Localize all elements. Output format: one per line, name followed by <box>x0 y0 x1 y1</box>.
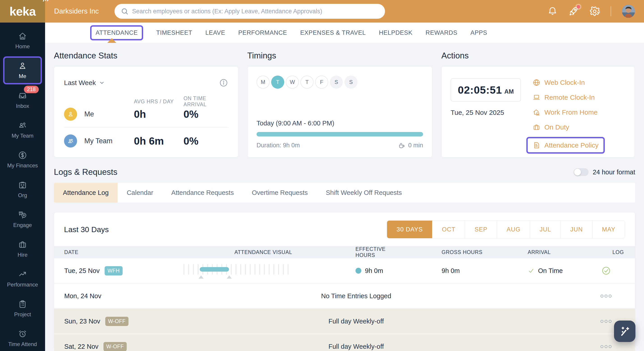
sidebar-label: Home <box>15 43 30 50</box>
clock-meridiem: AM <box>504 88 514 95</box>
tab-helpdesk[interactable]: HELPDESK <box>379 29 412 36</box>
work-from-home-link[interactable]: Work From Home <box>533 109 605 116</box>
tab-calendar[interactable]: Calendar <box>118 183 162 203</box>
sidebar-label: Engage <box>13 222 32 228</box>
sidebar-label: Time Attend <box>8 341 37 347</box>
attendance-policy-link[interactable]: Attendance Policy <box>533 141 598 149</box>
tab-apps[interactable]: APPS <box>470 29 487 36</box>
notifications-bell-icon[interactable] <box>548 6 558 16</box>
ai-assistant-button[interactable] <box>614 320 636 342</box>
me-ontime-pct: 0% <box>184 108 228 120</box>
tab-overtime-requests[interactable]: Overtime Requests <box>243 183 317 203</box>
main-content: Attendance Stats Timings Actions Last We… <box>45 43 644 351</box>
filter-jul[interactable]: JUL <box>530 221 560 238</box>
sidebar-item-home[interactable]: Home <box>3 26 42 56</box>
sidebar-item-inbox[interactable]: 218 Inbox <box>3 85 42 115</box>
briefcase-icon <box>18 240 27 249</box>
day-tuesday-active[interactable]: T <box>271 76 284 89</box>
sidebar: Home Me 218 Inbox My Team My Finances Or… <box>0 23 45 351</box>
keka-logo[interactable]: keka <box>0 0 45 23</box>
log-complete-icon[interactable] <box>602 266 611 275</box>
tab-leave[interactable]: LEAVE <box>205 29 225 36</box>
toggle-knob <box>574 169 581 176</box>
table-row[interactable]: Sat, 22 Nov W-OFF Full day Weekly-off <box>54 334 635 351</box>
stats-row-team-name: My Team <box>84 137 134 145</box>
month-filter-group: 30 DAYS OCT SEP AUG JUL JUN MAY <box>387 220 625 238</box>
building-icon <box>18 180 27 189</box>
table-row[interactable]: Tue, 25 Nov WFH 9h 0m 9h 0m On Time <box>54 258 635 283</box>
attendance-log-card: Last 30 Days 30 DAYS OCT SEP AUG JUL JUN… <box>54 212 635 347</box>
arrival-status: On Time <box>538 267 563 274</box>
sidebar-item-org[interactable]: Org <box>3 175 42 204</box>
week-day-selector: M T W T F S S <box>256 76 423 89</box>
gross-hours: 9h 0m <box>442 267 460 274</box>
sidebar-item-performance[interactable]: Performance <box>3 264 42 294</box>
logs-tabs: Attendance Log Calendar Attendance Reque… <box>54 183 635 203</box>
sidebar-item-me[interactable]: Me <box>3 56 42 84</box>
filter-oct[interactable]: OCT <box>432 221 465 238</box>
user-avatar[interactable] <box>622 5 635 18</box>
day-wednesday[interactable]: W <box>286 76 299 89</box>
filter-30-days[interactable]: 30 DAYS <box>387 221 432 238</box>
tab-timesheet[interactable]: TIMESHEET <box>156 29 192 36</box>
row-date: Sun, 23 Nov <box>64 318 100 325</box>
remote-clock-in-link[interactable]: Remote Clock-In <box>533 94 605 101</box>
day-saturday[interactable]: S <box>330 76 343 89</box>
filter-aug[interactable]: AUG <box>497 221 530 238</box>
tab-rewards[interactable]: REWARDS <box>426 29 457 36</box>
sidebar-item-time-attend[interactable]: Time Attend <box>3 323 42 351</box>
filter-sep[interactable]: SEP <box>465 221 497 238</box>
search-bar[interactable] <box>114 4 385 19</box>
tab-shift-weekly-off-requests[interactable]: Shift Weekly Off Requests <box>317 183 411 203</box>
sidebar-label: Inbox <box>16 103 29 109</box>
search-input[interactable] <box>132 8 379 15</box>
stats-row-me-name: Me <box>84 110 134 118</box>
row-menu-icon[interactable] <box>600 345 612 348</box>
tab-attendance-log[interactable]: Attendance Log <box>54 183 118 203</box>
filter-may[interactable]: MAY <box>592 221 625 238</box>
filter-jun[interactable]: JUN <box>560 221 592 238</box>
row-date: Tue, 25 Nov <box>64 267 100 274</box>
row-menu-icon[interactable] <box>600 320 612 323</box>
tab-performance[interactable]: PERFORMANCE <box>238 29 287 36</box>
sidebar-item-engage[interactable]: Engage <box>3 204 42 234</box>
clock-time: 02:05:51 <box>458 84 502 96</box>
last-30-days-title: Last 30 Days <box>64 225 109 234</box>
sidebar-label: My Finances <box>7 162 38 169</box>
table-row[interactable]: Sun, 23 Nov W-OFF Full day Weekly-off <box>54 309 635 334</box>
logo-spark-icon <box>42 0 50 4</box>
tab-attendance-requests[interactable]: Attendance Requests <box>162 183 243 203</box>
sidebar-item-hire[interactable]: Hire <box>3 234 42 264</box>
col-ontime-label: ON TIME ARRIVAL <box>184 90 228 108</box>
tab-expenses-travel[interactable]: EXPENSES & TRAVEL <box>300 29 366 36</box>
active-tab-indicator <box>107 38 116 43</box>
sidebar-item-my-finances[interactable]: My Finances <box>3 145 42 175</box>
info-icon[interactable] <box>219 78 228 87</box>
web-clock-in-link[interactable]: Web Clock-In <box>533 79 605 86</box>
laptop-icon <box>533 94 540 101</box>
row-date: Sat, 22 Nov <box>64 343 98 350</box>
company-name: Darksiders Inc <box>54 7 99 15</box>
sidebar-item-project[interactable]: Project <box>3 294 42 323</box>
day-thursday[interactable]: T <box>300 76 314 89</box>
stats-divider <box>64 127 228 128</box>
whats-new-rocket-icon[interactable] <box>568 6 579 17</box>
tab-attendance[interactable]: ATTENDANCE <box>96 29 138 36</box>
day-friday[interactable]: F <box>315 76 328 89</box>
timings-card: M T W T F S S Today (9:00 AM - 6:00 PM) … <box>247 66 432 157</box>
settings-gear-icon[interactable] <box>590 6 600 17</box>
24-hour-format-toggle[interactable] <box>574 168 588 176</box>
team-icon <box>18 121 27 130</box>
row-menu-icon[interactable] <box>600 295 612 297</box>
day-monday[interactable]: M <box>256 76 270 89</box>
module-nav: ATTENDANCE TIMESHEET LEAVE PERFORMANCE E… <box>45 23 644 43</box>
table-row[interactable]: Mon, 24 Nov No Time Entries Logged <box>54 283 635 309</box>
inbox-count-badge: 218 <box>24 86 39 93</box>
on-duty-link[interactable]: On Duty <box>533 123 605 131</box>
row-note: Full day Weekly-off <box>180 343 577 350</box>
briefcase-icon <box>533 123 540 131</box>
weekly-off-badge: W-OFF <box>105 317 128 326</box>
sidebar-item-my-team[interactable]: My Team <box>3 115 42 145</box>
day-sunday[interactable]: S <box>344 76 358 89</box>
period-dropdown[interactable]: Last Week <box>64 79 105 87</box>
